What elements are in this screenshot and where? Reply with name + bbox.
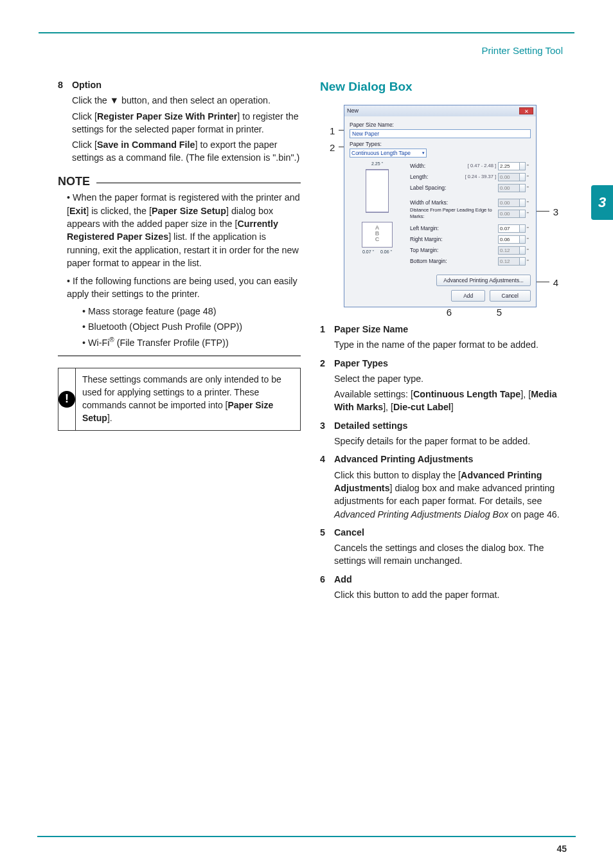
warning-icon: ! [58,391,75,408]
item-6-body: Click this button to add the paper forma… [334,588,563,601]
paper-types-select[interactable]: Continuous Length Tape▾ [350,149,427,158]
close-icon[interactable]: ✕ [519,107,533,114]
option-p1: Click the ▼ button, and then select an o… [72,94,301,107]
option-p2: Click [Register Paper Size With Printer]… [72,110,301,136]
item-5-title: Cancel [334,526,364,539]
item-6-num: 6 [320,573,334,586]
cancel-button[interactable]: Cancel [490,290,531,302]
spinner-icon[interactable] [519,235,526,244]
label-spacing-label: Label Spacing: [410,184,498,192]
right-margin-label: Right Margin: [410,235,498,243]
option-title: Option [72,78,102,91]
distance-label: Distance From Paper Leading Edge to Mark… [410,207,498,221]
page-number: 45 [556,844,567,854]
chapter-tab: 3 [591,185,613,220]
item-1-body: Type in the name of the paper format to … [334,338,563,351]
item-4-body: Click this button to display the [Advanc… [334,469,563,521]
item-4-title: Advanced Printing Adjustments [334,453,473,466]
preview-pane: 2.25 " A B C 0.07 "0.06 " [350,161,405,271]
item-1-num: 1 [320,323,334,336]
callout-4: 4 [553,276,558,289]
top-margin-input[interactable]: 0.12 [498,246,520,255]
spinner-icon[interactable] [519,246,526,255]
spinner-icon[interactable] [519,162,526,170]
paper-size-name-label: Paper Size Name: [350,121,531,129]
item-2-num: 2 [320,357,334,370]
spinner-icon[interactable] [519,257,526,266]
callout-2: 2 [330,141,335,154]
length-input[interactable]: 0.00 [498,173,520,181]
item-1-title: Paper Size Name [334,323,408,336]
advanced-adjustments-button[interactable]: Advanced Printing Adjustments... [436,275,531,286]
distance-input[interactable]: 0.00 [498,210,520,218]
callout-1: 1 [330,124,335,138]
width-marks-label: Width of Marks: [410,199,498,206]
sub-bullet-2: Bluetooth (Object Push Profile (OPP)) [82,320,301,333]
down-triangle-icon: ▼ [110,95,119,105]
spinner-icon[interactable] [519,173,526,181]
right-margin-input[interactable]: 0.06 [498,235,520,244]
spinner-icon[interactable] [519,210,526,218]
bottom-margin-label: Bottom Margin: [410,257,498,265]
note-bullet-2: If the following functions are being use… [67,275,301,349]
top-margin-label: Top Margin: [410,246,498,254]
width-input[interactable]: 2.25 [498,162,520,170]
item-5-body: Cancels the settings and closes the dial… [334,541,563,568]
header-section: Printer Setting Tool [0,45,563,56]
left-margin-label: Left Margin: [410,224,498,232]
add-button[interactable]: Add [451,290,485,302]
item-5-num: 5 [320,526,334,539]
spinner-icon[interactable] [519,224,526,233]
width-marks-input[interactable]: 0.00 [498,199,520,207]
spinner-icon[interactable] [519,184,526,192]
dialog-title: New [347,107,359,115]
note-bullet-1: When the paper format is registered with… [67,191,301,269]
paper-size-name-input[interactable]: New Paper [350,129,531,138]
length-label: Length: [410,173,465,181]
item-2-body-2: Available settings: [Continuous Length T… [334,388,563,414]
item-2-title: Paper Types [334,357,388,370]
option-number: 8 [58,78,72,91]
left-margin-input[interactable]: 0.07 [498,224,520,233]
item-3-num: 3 [320,419,334,432]
warning-box: ! These settings commands are only inten… [58,368,301,431]
sub-bullet-1: Mass storage feature (page 48) [82,305,301,318]
paper-types-label: Paper Types: [350,140,531,148]
sub-bullet-3: Wi-Fi® (File Transfer Profile (FTP)) [82,336,301,349]
option-p3: Click [Save in Command File] to export t… [72,138,301,165]
callout-3: 3 [553,205,558,219]
item-4-num: 4 [320,453,334,466]
note-heading: NOTE [58,174,90,190]
item-2-body-1: Select the paper type. [334,372,563,385]
spinner-icon[interactable] [519,199,526,207]
item-6-title: Add [334,573,352,586]
chevron-down-icon: ▾ [422,150,425,156]
item-3-title: Detailed settings [334,419,407,432]
width-label: Width: [410,162,468,170]
label-spacing-input[interactable]: 0.00 [498,184,520,192]
warning-text: These settings commands are only intende… [76,368,300,430]
item-3-body: Specify details for the paper format to … [334,435,563,448]
new-dialog-heading: New Dialog Box [320,78,563,96]
bottom-margin-input[interactable]: 0.12 [498,257,520,266]
new-dialog: New ✕ Paper Size Name: New Paper Paper T… [344,105,537,307]
